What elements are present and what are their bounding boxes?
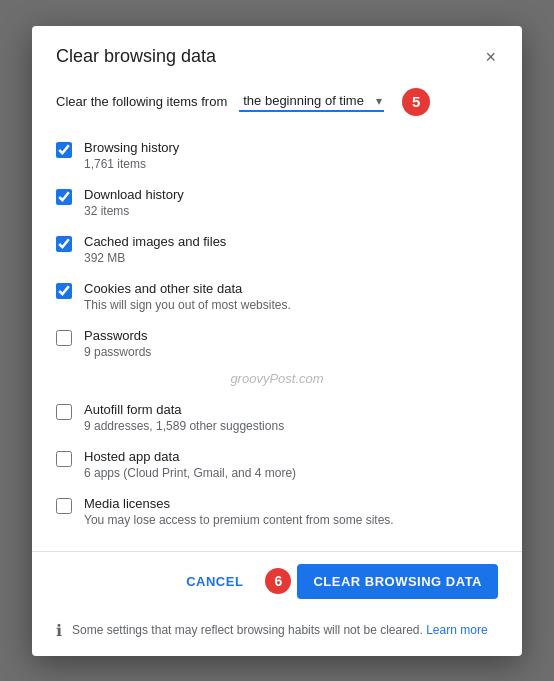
item-name: Passwords [84, 328, 151, 343]
dialog-body: Clear the following items from the begin… [32, 80, 522, 551]
checkbox-list: Browsing history 1,761 items Download hi… [56, 132, 498, 367]
passwords-checkbox[interactable] [56, 330, 72, 346]
browsing-history-label[interactable]: Browsing history 1,761 items [84, 140, 179, 171]
item-sub: 9 addresses, 1,589 other suggestions [84, 419, 284, 433]
list-item: Download history 32 items [56, 179, 498, 226]
list-item: Browsing history 1,761 items [56, 132, 498, 179]
browsing-history-checkbox[interactable] [56, 142, 72, 158]
cookies-label[interactable]: Cookies and other site data This will si… [84, 281, 291, 312]
item-name: Download history [84, 187, 184, 202]
hosted-app-data-label[interactable]: Hosted app data 6 apps (Cloud Print, Gma… [84, 449, 296, 480]
close-button[interactable]: × [483, 46, 498, 68]
list-item: Hosted app data 6 apps (Cloud Print, Gma… [56, 441, 498, 488]
download-history-checkbox[interactable] [56, 189, 72, 205]
media-licenses-label[interactable]: Media licenses You may lose access to pr… [84, 496, 394, 527]
cached-images-checkbox[interactable] [56, 236, 72, 252]
item-sub: This will sign you out of most websites. [84, 298, 291, 312]
time-range-row: Clear the following items from the begin… [56, 88, 498, 116]
watermark: groovyPost.com [56, 371, 498, 386]
dialog-title: Clear browsing data [56, 46, 216, 67]
clear-browsing-data-button[interactable]: CLEAR BROWSING DATA [297, 564, 498, 599]
list-item: Media licenses You may lose access to pr… [56, 488, 498, 535]
dialog-header: Clear browsing data × [32, 26, 522, 80]
info-bar: ℹ Some settings that may reflect browsin… [32, 611, 522, 656]
item-sub: 32 items [84, 204, 184, 218]
step6-badge: 6 [265, 568, 291, 594]
time-range-select-wrapper: the beginning of time the past hour the … [239, 91, 384, 112]
cancel-button[interactable]: CANCEL [174, 566, 255, 597]
autofill-checkbox[interactable] [56, 404, 72, 420]
download-history-label[interactable]: Download history 32 items [84, 187, 184, 218]
time-range-select[interactable]: the beginning of time the past hour the … [239, 91, 384, 110]
dialog-footer: CANCEL 6 CLEAR BROWSING DATA [32, 551, 522, 611]
info-icon: ℹ [56, 621, 62, 640]
autofill-label[interactable]: Autofill form data 9 addresses, 1,589 ot… [84, 402, 284, 433]
media-licenses-checkbox[interactable] [56, 498, 72, 514]
step5-badge: 5 [402, 88, 430, 116]
list-item: Passwords 9 passwords [56, 320, 498, 367]
hosted-app-data-checkbox[interactable] [56, 451, 72, 467]
learn-more-link[interactable]: Learn more [426, 623, 487, 637]
time-range-label: Clear the following items from [56, 94, 227, 109]
checkbox-list-2: Autofill form data 9 addresses, 1,589 ot… [56, 394, 498, 535]
item-sub: 9 passwords [84, 345, 151, 359]
item-sub: You may lose access to premium content f… [84, 513, 394, 527]
cached-images-label[interactable]: Cached images and files 392 MB [84, 234, 226, 265]
item-sub: 1,761 items [84, 157, 179, 171]
list-item: Cached images and files 392 MB [56, 226, 498, 273]
item-name: Cookies and other site data [84, 281, 291, 296]
list-item: Autofill form data 9 addresses, 1,589 ot… [56, 394, 498, 441]
item-name: Hosted app data [84, 449, 296, 464]
cookies-checkbox[interactable] [56, 283, 72, 299]
item-name: Media licenses [84, 496, 394, 511]
item-name: Cached images and files [84, 234, 226, 249]
list-item: Cookies and other site data This will si… [56, 273, 498, 320]
item-sub: 392 MB [84, 251, 226, 265]
info-text: Some settings that may reflect browsing … [72, 623, 488, 637]
dialog: Clear browsing data × Clear the followin… [32, 26, 522, 656]
item-name: Autofill form data [84, 402, 284, 417]
clear-btn-wrapper: 6 CLEAR BROWSING DATA [265, 564, 498, 599]
item-name: Browsing history [84, 140, 179, 155]
item-sub: 6 apps (Cloud Print, Gmail, and 4 more) [84, 466, 296, 480]
passwords-label[interactable]: Passwords 9 passwords [84, 328, 151, 359]
